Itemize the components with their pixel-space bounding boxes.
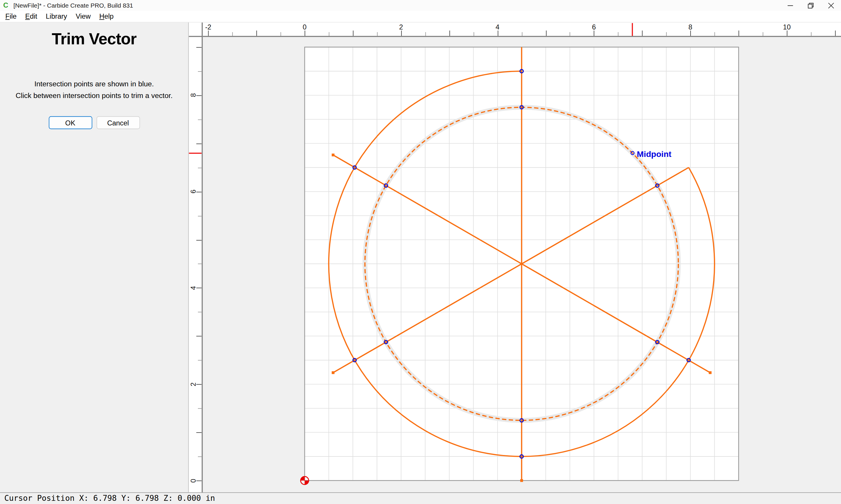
ruler-tick	[198, 119, 202, 120]
canvas-workspace: Midpoint -20246810 02468	[189, 22, 841, 492]
ruler-tick	[570, 32, 570, 36]
ruler-tick	[198, 264, 202, 264]
minimize-icon	[787, 2, 793, 8]
restore-icon	[807, 2, 813, 8]
ruler-tick	[594, 31, 595, 36]
ruler-tick	[198, 456, 202, 457]
ruler-tick	[196, 47, 202, 48]
drawing-canvas[interactable]: Midpoint	[189, 22, 841, 492]
menu-view[interactable]: View	[71, 11, 95, 22]
ruler-number: 10	[783, 23, 791, 31]
vector-endpoint	[709, 371, 711, 374]
ruler-tick	[198, 71, 202, 72]
menu-edit[interactable]: Edit	[21, 11, 42, 22]
trim-vector-panel: Trim Vector Intersection points are show…	[0, 22, 189, 492]
ruler-tick	[763, 32, 763, 36]
ruler-tick	[835, 31, 836, 36]
ruler-number: 0	[189, 476, 198, 485]
origin-marker	[301, 476, 309, 485]
ruler-tick	[198, 216, 202, 216]
minimize-button[interactable]	[780, 0, 801, 11]
ruler-corner	[189, 22, 203, 37]
instruction-line: Click between intersection points to tri…	[0, 90, 188, 102]
ruler-number: 2	[189, 380, 198, 389]
vector-endpoint	[332, 154, 334, 157]
ruler-tick	[666, 32, 667, 36]
ruler-tick	[196, 432, 202, 433]
close-button[interactable]	[821, 0, 841, 11]
cursor-position-readout: Cursor Position X: 6.798 Y: 6.798 Z: 0.0…	[4, 494, 215, 502]
ruler-tick	[198, 360, 202, 361]
ruler-number: 4	[189, 284, 198, 292]
window-controls	[780, 0, 841, 11]
ruler-number: 0	[303, 23, 307, 31]
ruler-tick	[198, 408, 202, 409]
app-window: C [NewFile]* - Carbide Create PRO, Build…	[0, 0, 841, 504]
ruler-tick	[353, 31, 353, 36]
ruler-tick	[521, 32, 522, 36]
cursor-position-marker-x	[632, 23, 633, 36]
ruler-tick	[546, 31, 546, 36]
ruler-number: 8	[689, 23, 692, 31]
cancel-button[interactable]: Cancel	[96, 116, 140, 129]
menu-help[interactable]: Help	[95, 11, 118, 22]
ruler-tick	[196, 240, 202, 240]
menu-bar: FileEditLibraryViewHelp	[0, 11, 841, 22]
restore-button[interactable]	[800, 0, 821, 11]
ruler-tick	[715, 32, 715, 36]
ruler-tick	[690, 31, 691, 36]
ruler-tick	[281, 32, 281, 36]
ruler-tick	[377, 32, 378, 36]
ruler-number: 8	[189, 91, 198, 100]
panel-instructions: Intersection points are shown in blue. C…	[0, 78, 188, 102]
ruler-tick	[425, 32, 426, 36]
ruler-number: -2	[205, 23, 211, 31]
ruler-tick	[618, 32, 619, 36]
ruler-tick	[329, 32, 329, 36]
panel-title: Trim Vector	[0, 22, 188, 48]
app-logo-icon: C	[3, 0, 11, 11]
cursor-position-marker-y	[189, 152, 202, 154]
ruler-tick	[305, 31, 305, 36]
vertical-ruler: 02468	[189, 37, 203, 492]
vector-endpoint	[332, 371, 334, 374]
ruler-tick	[498, 31, 498, 36]
ruler-tick	[642, 31, 643, 36]
ruler-tick	[256, 31, 257, 36]
ruler-number: 6	[592, 23, 596, 31]
title-bar: C [NewFile]* - Carbide Create PRO, Build…	[0, 0, 841, 11]
ruler-tick	[198, 312, 202, 313]
vector-endpoint	[520, 479, 523, 482]
ruler-tick	[811, 32, 811, 36]
horizontal-ruler: -20246810	[203, 22, 841, 37]
ruler-tick	[449, 31, 450, 36]
ruler-tick	[198, 167, 202, 168]
ruler-tick	[401, 31, 402, 36]
ruler-tick	[233, 32, 233, 36]
ok-button[interactable]: OK	[49, 116, 92, 129]
close-icon	[828, 2, 834, 8]
window-title: [NewFile]* - Carbide Create PRO, Build 8…	[14, 2, 133, 8]
ruler-tick	[208, 31, 209, 36]
menu-library[interactable]: Library	[41, 11, 71, 22]
snap-label: Midpoint	[637, 149, 672, 159]
ruler-number: 6	[189, 187, 198, 196]
ruler-tick	[196, 144, 202, 144]
ruler-tick	[196, 336, 202, 337]
status-bar: Cursor Position X: 6.798 Y: 6.798 Z: 0.0…	[0, 492, 841, 504]
menu-file[interactable]: File	[1, 11, 21, 22]
ruler-tick	[473, 32, 474, 36]
ruler-number: 4	[496, 23, 499, 31]
ruler-tick	[738, 31, 739, 36]
instruction-line: Intersection points are shown in blue.	[0, 78, 188, 90]
ruler-tick	[787, 31, 787, 36]
ruler-number: 2	[399, 23, 403, 31]
